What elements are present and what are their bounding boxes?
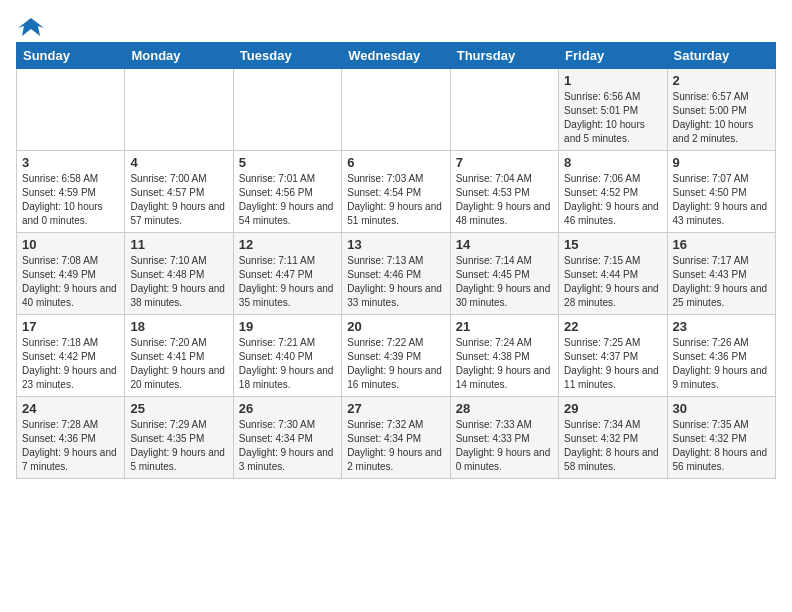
day-info: Sunrise: 7:26 AM Sunset: 4:36 PM Dayligh… [673, 336, 770, 392]
day-info: Sunrise: 6:56 AM Sunset: 5:01 PM Dayligh… [564, 90, 661, 146]
day-info: Sunrise: 7:17 AM Sunset: 4:43 PM Dayligh… [673, 254, 770, 310]
day-cell: 27Sunrise: 7:32 AM Sunset: 4:34 PM Dayli… [342, 397, 450, 479]
day-number: 17 [22, 319, 119, 334]
week-row-5: 24Sunrise: 7:28 AM Sunset: 4:36 PM Dayli… [17, 397, 776, 479]
day-cell: 3Sunrise: 6:58 AM Sunset: 4:59 PM Daylig… [17, 151, 125, 233]
day-info: Sunrise: 7:25 AM Sunset: 4:37 PM Dayligh… [564, 336, 661, 392]
day-cell [17, 69, 125, 151]
day-info: Sunrise: 6:57 AM Sunset: 5:00 PM Dayligh… [673, 90, 770, 146]
day-info: Sunrise: 7:11 AM Sunset: 4:47 PM Dayligh… [239, 254, 336, 310]
day-info: Sunrise: 7:01 AM Sunset: 4:56 PM Dayligh… [239, 172, 336, 228]
day-cell: 1Sunrise: 6:56 AM Sunset: 5:01 PM Daylig… [559, 69, 667, 151]
day-cell [342, 69, 450, 151]
header [16, 16, 776, 32]
day-info: Sunrise: 7:33 AM Sunset: 4:33 PM Dayligh… [456, 418, 553, 474]
day-number: 15 [564, 237, 661, 252]
day-cell: 30Sunrise: 7:35 AM Sunset: 4:32 PM Dayli… [667, 397, 775, 479]
day-cell [125, 69, 233, 151]
day-cell: 16Sunrise: 7:17 AM Sunset: 4:43 PM Dayli… [667, 233, 775, 315]
column-header-tuesday: Tuesday [233, 43, 341, 69]
column-header-wednesday: Wednesday [342, 43, 450, 69]
day-cell: 19Sunrise: 7:21 AM Sunset: 4:40 PM Dayli… [233, 315, 341, 397]
week-row-3: 10Sunrise: 7:08 AM Sunset: 4:49 PM Dayli… [17, 233, 776, 315]
day-info: Sunrise: 7:13 AM Sunset: 4:46 PM Dayligh… [347, 254, 444, 310]
column-header-thursday: Thursday [450, 43, 558, 69]
logo [16, 16, 46, 32]
day-number: 16 [673, 237, 770, 252]
logo-bird-icon [18, 16, 44, 36]
day-info: Sunrise: 7:21 AM Sunset: 4:40 PM Dayligh… [239, 336, 336, 392]
day-info: Sunrise: 7:07 AM Sunset: 4:50 PM Dayligh… [673, 172, 770, 228]
day-cell: 20Sunrise: 7:22 AM Sunset: 4:39 PM Dayli… [342, 315, 450, 397]
day-cell: 7Sunrise: 7:04 AM Sunset: 4:53 PM Daylig… [450, 151, 558, 233]
day-number: 23 [673, 319, 770, 334]
day-info: Sunrise: 7:04 AM Sunset: 4:53 PM Dayligh… [456, 172, 553, 228]
day-info: Sunrise: 7:34 AM Sunset: 4:32 PM Dayligh… [564, 418, 661, 474]
day-number: 8 [564, 155, 661, 170]
day-number: 26 [239, 401, 336, 416]
day-number: 13 [347, 237, 444, 252]
day-number: 6 [347, 155, 444, 170]
day-cell: 9Sunrise: 7:07 AM Sunset: 4:50 PM Daylig… [667, 151, 775, 233]
day-cell: 17Sunrise: 7:18 AM Sunset: 4:42 PM Dayli… [17, 315, 125, 397]
day-cell [450, 69, 558, 151]
day-cell: 5Sunrise: 7:01 AM Sunset: 4:56 PM Daylig… [233, 151, 341, 233]
day-info: Sunrise: 7:20 AM Sunset: 4:41 PM Dayligh… [130, 336, 227, 392]
day-info: Sunrise: 7:03 AM Sunset: 4:54 PM Dayligh… [347, 172, 444, 228]
column-header-monday: Monday [125, 43, 233, 69]
day-info: Sunrise: 7:14 AM Sunset: 4:45 PM Dayligh… [456, 254, 553, 310]
column-header-saturday: Saturday [667, 43, 775, 69]
day-number: 5 [239, 155, 336, 170]
day-info: Sunrise: 7:00 AM Sunset: 4:57 PM Dayligh… [130, 172, 227, 228]
day-number: 1 [564, 73, 661, 88]
day-cell: 11Sunrise: 7:10 AM Sunset: 4:48 PM Dayli… [125, 233, 233, 315]
day-number: 19 [239, 319, 336, 334]
day-info: Sunrise: 7:32 AM Sunset: 4:34 PM Dayligh… [347, 418, 444, 474]
day-info: Sunrise: 7:22 AM Sunset: 4:39 PM Dayligh… [347, 336, 444, 392]
day-number: 27 [347, 401, 444, 416]
day-info: Sunrise: 7:35 AM Sunset: 4:32 PM Dayligh… [673, 418, 770, 474]
day-info: Sunrise: 7:10 AM Sunset: 4:48 PM Dayligh… [130, 254, 227, 310]
day-info: Sunrise: 7:06 AM Sunset: 4:52 PM Dayligh… [564, 172, 661, 228]
day-number: 11 [130, 237, 227, 252]
column-header-friday: Friday [559, 43, 667, 69]
day-number: 25 [130, 401, 227, 416]
day-number: 30 [673, 401, 770, 416]
day-cell: 24Sunrise: 7:28 AM Sunset: 4:36 PM Dayli… [17, 397, 125, 479]
day-number: 28 [456, 401, 553, 416]
day-info: Sunrise: 7:15 AM Sunset: 4:44 PM Dayligh… [564, 254, 661, 310]
day-cell: 15Sunrise: 7:15 AM Sunset: 4:44 PM Dayli… [559, 233, 667, 315]
day-info: Sunrise: 7:29 AM Sunset: 4:35 PM Dayligh… [130, 418, 227, 474]
day-cell [233, 69, 341, 151]
day-number: 14 [456, 237, 553, 252]
day-number: 4 [130, 155, 227, 170]
week-row-2: 3Sunrise: 6:58 AM Sunset: 4:59 PM Daylig… [17, 151, 776, 233]
day-cell: 29Sunrise: 7:34 AM Sunset: 4:32 PM Dayli… [559, 397, 667, 479]
svg-marker-0 [18, 18, 44, 36]
day-info: Sunrise: 7:18 AM Sunset: 4:42 PM Dayligh… [22, 336, 119, 392]
day-cell: 18Sunrise: 7:20 AM Sunset: 4:41 PM Dayli… [125, 315, 233, 397]
day-number: 12 [239, 237, 336, 252]
day-number: 22 [564, 319, 661, 334]
day-cell: 28Sunrise: 7:33 AM Sunset: 4:33 PM Dayli… [450, 397, 558, 479]
day-cell: 6Sunrise: 7:03 AM Sunset: 4:54 PM Daylig… [342, 151, 450, 233]
day-cell: 8Sunrise: 7:06 AM Sunset: 4:52 PM Daylig… [559, 151, 667, 233]
calendar-table: SundayMondayTuesdayWednesdayThursdayFrid… [16, 42, 776, 479]
week-row-4: 17Sunrise: 7:18 AM Sunset: 4:42 PM Dayli… [17, 315, 776, 397]
day-info: Sunrise: 7:30 AM Sunset: 4:34 PM Dayligh… [239, 418, 336, 474]
column-header-sunday: Sunday [17, 43, 125, 69]
column-header-row: SundayMondayTuesdayWednesdayThursdayFrid… [17, 43, 776, 69]
day-info: Sunrise: 7:28 AM Sunset: 4:36 PM Dayligh… [22, 418, 119, 474]
day-cell: 13Sunrise: 7:13 AM Sunset: 4:46 PM Dayli… [342, 233, 450, 315]
day-number: 2 [673, 73, 770, 88]
day-number: 24 [22, 401, 119, 416]
day-cell: 25Sunrise: 7:29 AM Sunset: 4:35 PM Dayli… [125, 397, 233, 479]
day-info: Sunrise: 6:58 AM Sunset: 4:59 PM Dayligh… [22, 172, 119, 228]
day-cell: 4Sunrise: 7:00 AM Sunset: 4:57 PM Daylig… [125, 151, 233, 233]
day-number: 21 [456, 319, 553, 334]
day-cell: 2Sunrise: 6:57 AM Sunset: 5:00 PM Daylig… [667, 69, 775, 151]
day-cell: 23Sunrise: 7:26 AM Sunset: 4:36 PM Dayli… [667, 315, 775, 397]
day-info: Sunrise: 7:08 AM Sunset: 4:49 PM Dayligh… [22, 254, 119, 310]
day-cell: 12Sunrise: 7:11 AM Sunset: 4:47 PM Dayli… [233, 233, 341, 315]
day-cell: 14Sunrise: 7:14 AM Sunset: 4:45 PM Dayli… [450, 233, 558, 315]
